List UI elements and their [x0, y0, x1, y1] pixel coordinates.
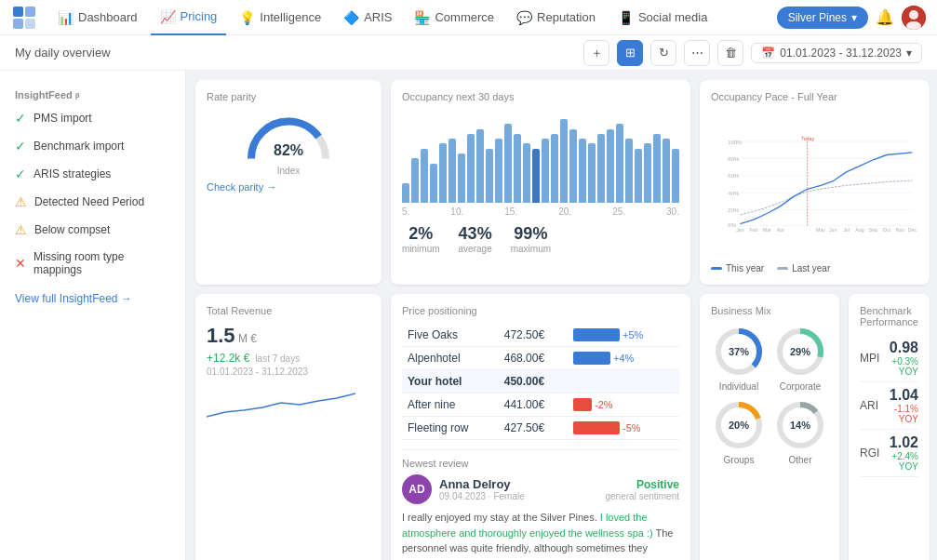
biz-segment-corporate: 29% Corporate	[772, 324, 828, 392]
occ-stat-min: 2% minimum	[402, 224, 440, 254]
occupancy-pace-chart: 100% 80% 60% 40% 20% 0% Today	[711, 110, 918, 259]
grid-view-button[interactable]: ⊞	[617, 40, 643, 66]
logo[interactable]	[11, 5, 37, 31]
table-row: Alpenhotel 468.00€ +4%	[402, 347, 679, 370]
nav-reputation[interactable]: 💬 Reputation	[507, 0, 605, 35]
bench-row-rgi: RGI 1.02 +2.4% YOY	[860, 430, 918, 477]
rgi-value: 1.02	[879, 434, 918, 451]
svg-rect-3	[25, 19, 35, 29]
hotel-name: Your hotel	[402, 370, 499, 393]
nav-dashboard[interactable]: 📊 Dashboard	[48, 0, 147, 35]
bar-14	[532, 149, 540, 203]
newest-review-section: Newest review AD Anna Delroy 09.04.2023 …	[402, 449, 679, 560]
reviewer-avatar: AD	[402, 474, 432, 504]
svg-text:82%: 82%	[274, 142, 303, 158]
property-selector[interactable]: Silver Pines ▾	[777, 7, 868, 29]
svg-text:Aug: Aug	[855, 227, 863, 233]
bar-24	[625, 139, 633, 203]
bar-18	[569, 129, 577, 203]
delete-button[interactable]: 🗑	[717, 40, 743, 66]
main: InsightFeedβ ✓ PMS import ✓ Benchmark im…	[0, 71, 937, 560]
individual-label: Individual	[719, 381, 758, 392]
svg-text:Today: Today	[801, 136, 814, 141]
occ-stats: 2% minimum 43% average 99% maximum	[402, 224, 679, 254]
refresh-button[interactable]: ↻	[650, 40, 676, 66]
mpi-value: 0.98	[879, 340, 918, 356]
sidebar-item-pms-import[interactable]: ✓ PMS import	[0, 104, 185, 132]
chevron-down-icon: ▾	[851, 11, 857, 24]
avatar[interactable]	[902, 6, 926, 30]
sentiment-label: general sentiment	[606, 491, 680, 501]
bar-3	[430, 164, 437, 203]
bench-row-ari: ARI 1.04 -1.1% YOY	[860, 382, 918, 430]
bar-2	[421, 149, 428, 203]
svg-text:0%: 0%	[728, 222, 736, 228]
occ-pace-title: Occupancy Pace - Full Year	[711, 91, 918, 102]
bar-26	[644, 143, 651, 203]
occupancy-card: Occupancy next 30 days 5. 10. 15. 20. 25…	[391, 80, 690, 285]
occ-stat-max: 99% maximum	[511, 224, 551, 254]
dashboard-icon: 📊	[58, 10, 74, 25]
nav-aris[interactable]: 🔷 ARIS	[334, 0, 401, 35]
svg-text:Jun: Jun	[829, 227, 837, 233]
add-button[interactable]: ＋	[583, 40, 609, 66]
hotel-name: After nine	[402, 393, 499, 417]
total-revenue-title: Total Revenue	[207, 305, 370, 316]
other-label: Other	[788, 455, 811, 465]
bar-25	[635, 149, 642, 203]
sidebar: InsightFeedβ ✓ PMS import ✓ Benchmark im…	[0, 71, 186, 560]
mpi-change: +0.3% YOY	[879, 356, 918, 377]
refresh-icon: ↻	[659, 46, 669, 60]
table-row: Fleeting row 427.50€ -5%	[402, 417, 679, 440]
bar-22	[607, 129, 614, 203]
svg-text:60%: 60%	[728, 173, 740, 179]
nav-social[interactable]: 📱 Social media	[609, 0, 716, 35]
date-range-picker[interactable]: 📅 01.01.2023 - 31.12.2023 ▾	[751, 43, 922, 63]
intelligence-icon: 💡	[239, 10, 255, 25]
bar-6	[458, 153, 465, 203]
reviewer-info: Anna Delroy 09.04.2023 · Female	[439, 477, 525, 501]
hotel-price: 450.00€	[499, 370, 568, 393]
more-button[interactable]: ⋯	[684, 40, 710, 66]
newest-review-title: Newest review	[402, 458, 679, 469]
reviewer-name: Anna Delroy	[439, 477, 525, 491]
hotel-price: 472.50€	[499, 324, 568, 347]
check-icon: ✓	[15, 167, 26, 181]
sidebar-item-below-compset[interactable]: ⚠ Below compset	[0, 216, 185, 244]
bar-4	[439, 143, 447, 203]
occupancy-title: Occupancy next 30 days	[402, 91, 679, 102]
business-mix-grid: 37% Individual 29% Corporate	[711, 324, 828, 465]
commerce-icon: 🏪	[414, 10, 430, 25]
bar-11	[504, 124, 512, 203]
nav-pricing[interactable]: 📈 Pricing	[151, 0, 227, 35]
legend-this-year: This year	[711, 263, 764, 273]
calendar-icon: 📅	[761, 47, 775, 60]
bar-29	[672, 149, 679, 203]
plus-icon: ＋	[591, 45, 603, 61]
view-full-insightfeed-link[interactable]: View full InsightFeed →	[0, 283, 185, 314]
svg-rect-0	[13, 7, 23, 17]
bar-15	[542, 139, 549, 203]
svg-text:Sep: Sep	[869, 227, 877, 233]
notification-icon[interactable]: 🔔	[876, 8, 894, 26]
check-icon: ✓	[15, 139, 26, 153]
individual-donut: 37%	[711, 324, 767, 380]
occupancy-bar-chart	[402, 110, 679, 203]
svg-text:14%: 14%	[790, 420, 810, 431]
sidebar-item-detected-need-period[interactable]: ⚠ Detected Need Period	[0, 188, 185, 216]
content-area: Rate parity 82% Index Check parity → Occ…	[186, 71, 937, 560]
sidebar-item-missing-room-type[interactable]: ✕ Missing room type mappings	[0, 244, 185, 283]
sidebar-item-benchmark-import[interactable]: ✓ Benchmark import	[0, 132, 185, 160]
bar-9	[486, 149, 493, 203]
check-parity-link[interactable]: Check parity →	[207, 181, 370, 193]
header: 📊 Dashboard 📈 Pricing 💡 Intelligence 🔷 A…	[0, 0, 937, 35]
pricing-icon: 📈	[160, 9, 176, 24]
nav-intelligence[interactable]: 💡 Intelligence	[230, 0, 330, 35]
price-bar-cell: -2%	[568, 393, 679, 417]
revenue-value: 1.5 M €	[207, 324, 370, 348]
price-bar-cell: +4%	[568, 347, 679, 370]
sidebar-item-aris-strategies[interactable]: ✓ ARIS strategies	[0, 160, 185, 188]
nav-commerce[interactable]: 🏪 Commerce	[405, 0, 503, 35]
review-header: AD Anna Delroy 09.04.2023 · Female Posit…	[402, 474, 679, 504]
mpi-label: MPI	[860, 352, 879, 365]
